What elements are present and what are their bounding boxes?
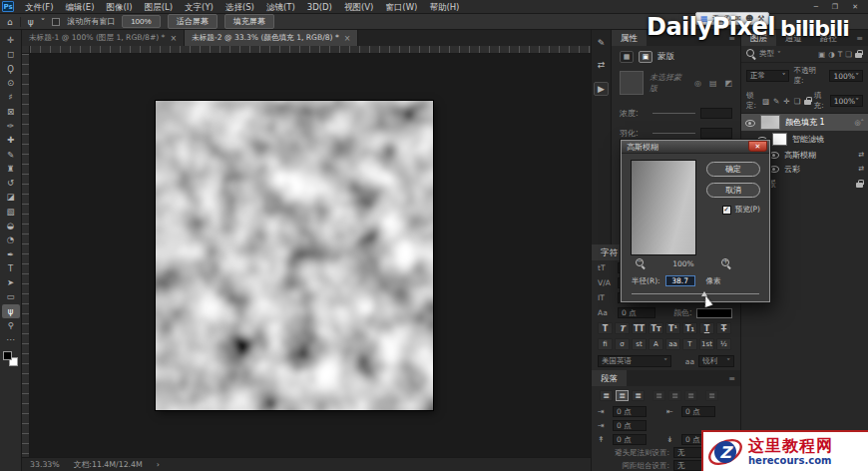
contextual-alternates-button[interactable]: σ — [615, 338, 630, 350]
zoom-100-button[interactable]: 100% — [122, 15, 160, 28]
small-caps-button[interactable]: Tᴛ — [649, 322, 663, 334]
tab-channels[interactable]: 通道 — [776, 30, 811, 46]
eye-icon[interactable] — [769, 165, 779, 173]
cancel-button[interactable]: 取消 — [706, 183, 760, 198]
document-tab-2[interactable]: 未标题-2 @ 33.3% (颜色填充 1, RGB/8) * × — [185, 30, 358, 46]
density-value-field[interactable] — [700, 108, 732, 119]
align-right-button[interactable]: ≣ — [632, 390, 645, 401]
tool-hand[interactable]: ψ — [2, 304, 20, 318]
tool-zoom[interactable]: ⚲ — [2, 318, 20, 332]
layer-name[interactable]: 颜色填充 1 — [785, 117, 849, 128]
superscript-button[interactable]: T¹ — [665, 322, 680, 334]
document-canvas-clouds[interactable] — [156, 101, 433, 410]
feather-value-field[interactable] — [700, 128, 732, 139]
justify-all-button[interactable]: ≣ — [705, 390, 718, 401]
underline-button[interactable]: T — [699, 322, 714, 334]
tab-layers[interactable]: 图层 — [741, 30, 776, 46]
minimize-icon[interactable]: ─ — [814, 3, 818, 11]
close-icon[interactable]: ✕ — [852, 3, 858, 11]
menu-item-help[interactable]: 帮助(H) — [423, 0, 465, 14]
antialias-select[interactable]: 锐利 ˅ — [698, 355, 734, 367]
tool-frame[interactable]: ⊠ — [2, 104, 20, 118]
indent-left-field[interactable]: 0 点 — [613, 406, 647, 417]
language-select[interactable]: 美国英语 ˅ — [598, 355, 671, 367]
menu-item-image[interactable]: 图像(I) — [101, 0, 139, 14]
justify-last-left-button[interactable]: ≣ — [652, 390, 665, 401]
tool-move[interactable]: ✛ — [2, 33, 20, 47]
menu-item-window[interactable]: 窗口(W) — [379, 0, 423, 14]
add-pixel-mask-icon[interactable]: ◎ — [694, 79, 701, 88]
filter-shape-layers-icon[interactable]: ❏ — [845, 50, 852, 59]
zoom-level[interactable]: 33.33% — [30, 460, 60, 469]
first-line-indent-field[interactable]: 0 点 — [613, 420, 647, 431]
restore-icon[interactable]: ❐ — [832, 3, 838, 11]
lock-transparency-icon[interactable]: ▨ — [762, 97, 769, 106]
layer-name[interactable]: 背景 — [760, 179, 851, 190]
tool-pen[interactable]: ✒ — [2, 246, 20, 260]
zoom-in-icon[interactable]: + — [721, 258, 731, 268]
filter-pixel-layers-icon[interactable]: ▣ — [818, 50, 825, 59]
mask-icon[interactable]: ▣ — [639, 51, 652, 63]
add-vector-mask-icon[interactable]: ▤ — [709, 79, 717, 88]
tool-eyedropper[interactable]: ✑ — [2, 119, 20, 133]
opacity-select[interactable]: 100% ˅ — [829, 70, 863, 82]
filter-name[interactable]: 云彩 — [784, 164, 853, 175]
menu-item-view[interactable]: 视图(V) — [338, 0, 379, 14]
space-before-field[interactable]: 0 点 — [613, 434, 647, 445]
fill-screen-button[interactable]: 填充屏幕 — [224, 14, 274, 29]
smart-filter-badge-icon[interactable]: ◎˄ — [854, 119, 864, 127]
filter-adjustment-layers-icon[interactable]: ◑ — [828, 50, 835, 59]
blend-mode-select[interactable]: 正常 ˅ — [746, 70, 789, 82]
tool-path-selection[interactable]: ➤ — [2, 275, 20, 289]
tool-dodge[interactable]: ◔ — [2, 233, 20, 246]
ok-button[interactable]: 确定 — [706, 162, 760, 177]
subscript-button[interactable]: T₁ — [682, 322, 697, 334]
tool-crop[interactable]: ♯ — [2, 90, 20, 104]
filter-name[interactable]: 高斯模糊 — [784, 150, 853, 161]
titling-alternates-button[interactable]: T — [682, 338, 697, 350]
chevron-right-icon[interactable]: › — [157, 460, 160, 469]
align-center-button[interactable]: ≣ — [616, 390, 629, 401]
lock-artboard-icon[interactable]: ❏ — [794, 97, 801, 106]
tool-clone-stamp[interactable]: ♜ — [2, 162, 20, 176]
tool-lasso[interactable]: Ϙ — [2, 62, 20, 76]
all-caps-button[interactable]: TT — [632, 322, 647, 334]
layer-row-color-fill[interactable]: 颜色填充 1 ◎˄ — [741, 114, 868, 131]
menu-item-select[interactable]: 选择(S) — [219, 0, 260, 14]
tab-paragraph[interactable]: 段落 — [592, 370, 627, 386]
panel-menu-icon[interactable]: ≡ — [728, 374, 740, 383]
pixel-layer-icon[interactable]: ▦ — [620, 51, 634, 63]
lock-pixels-icon[interactable]: ✎ — [773, 97, 779, 106]
swash-button[interactable]: A — [649, 338, 663, 350]
justify-last-center-button[interactable]: ≣ — [668, 390, 681, 401]
chevron-down-icon[interactable]: ˅ — [777, 50, 781, 59]
text-color-swatch[interactable] — [696, 308, 732, 318]
tool-blur[interactable]: ◒ — [2, 219, 20, 233]
menu-item-filter[interactable]: 滤镜(T) — [260, 0, 301, 14]
foreground-color-swatch[interactable] — [3, 351, 12, 360]
scroll-all-windows-checkbox[interactable] — [52, 18, 60, 26]
feather-slider[interactable] — [652, 133, 695, 134]
eye-icon[interactable] — [745, 119, 755, 127]
filter-blending-options-icon[interactable]: ⇄ — [858, 151, 864, 159]
layer-name[interactable]: 智能滤镜 — [792, 134, 864, 145]
eye-icon[interactable] — [769, 151, 779, 159]
tool-brush[interactable]: ✎ — [2, 147, 20, 161]
fill-select[interactable]: 100% ˅ — [830, 95, 863, 107]
preview-checkbox[interactable]: ✓ — [722, 206, 731, 215]
zoom-out-icon[interactable]: − — [636, 258, 646, 268]
tool-object-selection[interactable]: ⊙ — [2, 76, 20, 90]
tool-gradient[interactable]: ▧ — [2, 205, 20, 219]
tab-properties[interactable]: 属性 — [612, 30, 647, 46]
ligatures-button[interactable]: fi — [598, 338, 613, 350]
hand-tool-icon[interactable]: ψ — [28, 17, 34, 27]
lock-position-icon[interactable]: ✛ — [783, 97, 789, 106]
home-icon[interactable]: ⌂ — [7, 17, 13, 27]
menu-item-edit[interactable]: 编辑(E) — [60, 0, 101, 14]
close-icon[interactable]: ✕ — [748, 141, 767, 152]
tab-paths[interactable]: 路径 — [811, 30, 846, 46]
indent-right-field[interactable]: 0 点 — [681, 406, 715, 417]
filter-blending-options-icon[interactable]: ⇄ — [858, 165, 864, 173]
play-actions-panel-icon[interactable]: ▶ — [594, 82, 609, 96]
brush-settings-panel-icon[interactable]: ✎ — [598, 38, 606, 48]
